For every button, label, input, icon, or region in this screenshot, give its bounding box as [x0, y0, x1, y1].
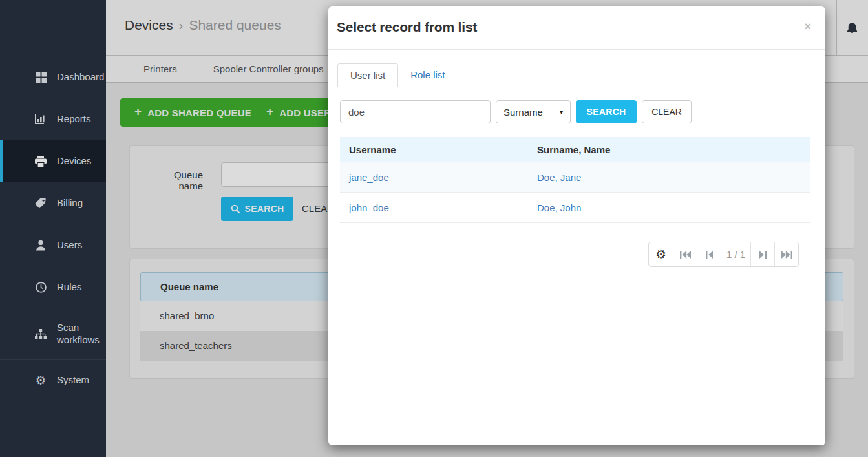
prev-page-icon: [706, 251, 713, 259]
next-page-button[interactable]: [750, 242, 774, 266]
search-field-select[interactable]: Surname ▾: [496, 100, 571, 123]
user-search-input[interactable]: [340, 100, 491, 123]
prev-page-button[interactable]: [697, 242, 721, 266]
modal-header: Select record from list ×: [328, 6, 825, 50]
modal-search-button[interactable]: SEARCH: [576, 100, 637, 123]
search-field-value: Surname: [503, 107, 543, 118]
modal-tabs: User list Role list: [337, 63, 810, 87]
close-icon[interactable]: ×: [804, 21, 811, 32]
user-list-table: Username Surname, Name jane_doe Doe, Jan…: [340, 137, 810, 223]
page-indicator: 1 / 1: [721, 242, 750, 266]
modal-search-row: Surname ▾ SEARCH CLEAR: [340, 100, 810, 123]
user-table-header-row: Username Surname, Name: [340, 137, 810, 162]
last-page-button[interactable]: [774, 242, 798, 266]
pagination-group: ⚙ 1 / 1: [648, 242, 799, 267]
table-row[interactable]: john_doe Doe, John: [340, 193, 810, 223]
column-header-username: Username: [340, 144, 537, 155]
next-page-icon: [759, 251, 767, 259]
pagination: ⚙ 1 / 1: [328, 242, 799, 267]
select-record-modal: Select record from list × User list Role…: [328, 6, 825, 445]
modal-title: Select record from list: [337, 19, 477, 35]
first-page-button[interactable]: [673, 242, 697, 266]
first-page-icon: [680, 251, 691, 259]
tab-user-list[interactable]: User list: [337, 63, 398, 87]
table-row[interactable]: jane_doe Doe, Jane: [340, 162, 810, 193]
caret-down-icon: ▾: [560, 109, 563, 116]
tab-role-list[interactable]: Role list: [398, 63, 457, 87]
last-page-icon: [781, 251, 792, 259]
fullname-link[interactable]: Doe, Jane: [537, 172, 581, 183]
column-header-surname-name: Surname, Name: [537, 144, 810, 155]
username-link[interactable]: jane_doe: [349, 172, 389, 183]
username-link[interactable]: john_doe: [349, 202, 389, 213]
modal-clear-button[interactable]: CLEAR: [642, 100, 692, 123]
fullname-link[interactable]: Doe, John: [537, 202, 581, 213]
table-settings-button[interactable]: ⚙: [649, 242, 673, 266]
gear-icon: ⚙: [655, 248, 666, 260]
